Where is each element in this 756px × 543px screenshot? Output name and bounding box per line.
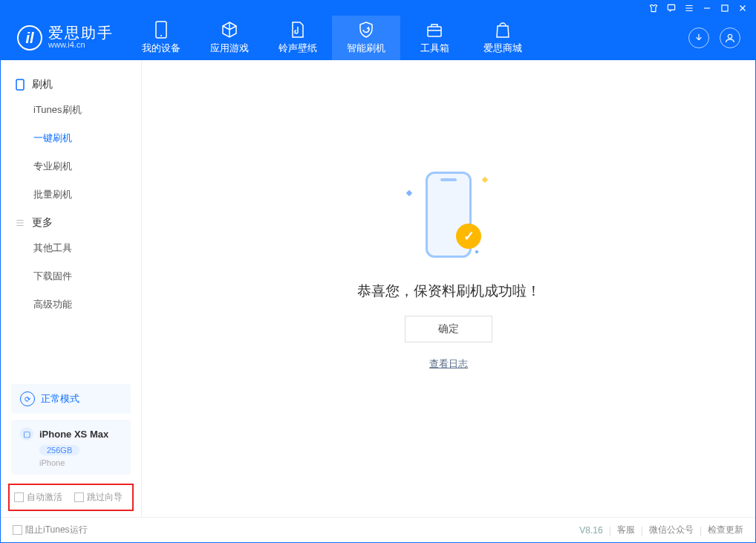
success-message: 恭喜您，保资料刷机成功啦！	[357, 282, 541, 301]
sparkle-icon	[482, 176, 488, 182]
phone-icon	[152, 21, 170, 39]
nav-store[interactable]: 爱思商城	[469, 16, 537, 60]
status-link-wechat[interactable]: 微信公众号	[649, 524, 694, 536]
phone-outline-icon	[14, 79, 26, 91]
content-area: ✓ 恭喜您，保资料刷机成功啦！ 确定 查看日志	[142, 60, 755, 517]
header-right	[688, 27, 755, 48]
checkbox-icon	[74, 492, 84, 502]
sidebar-group-flash: 刷机	[1, 71, 141, 96]
view-log-link[interactable]: 查看日志	[429, 357, 468, 371]
ok-button[interactable]: 确定	[405, 316, 492, 342]
nav-apps[interactable]: 应用游戏	[195, 16, 264, 60]
svg-point-5	[728, 34, 731, 38]
mode-label: 正常模式	[41, 392, 79, 406]
group-title: 更多	[32, 216, 53, 230]
status-link-update[interactable]: 检查更新	[708, 524, 743, 536]
sidebar-item-advanced[interactable]: 高级功能	[1, 290, 141, 319]
group-title: 刷机	[32, 78, 53, 91]
download-icon[interactable]	[688, 27, 709, 48]
nav-label: 智能刷机	[347, 42, 385, 55]
success-illustration: ✓	[397, 163, 501, 267]
menu-icon[interactable]	[684, 3, 694, 13]
device-name: iPhone XS Max	[39, 429, 108, 440]
feedback-icon[interactable]	[666, 3, 677, 13]
body: 刷机 iTunes刷机 一键刷机 专业刷机 批量刷机 更多 其他工具 下载固件 …	[1, 60, 755, 517]
toolbox-icon	[426, 21, 443, 39]
sparkle-icon	[475, 250, 479, 254]
sync-icon: ⟳	[20, 391, 35, 406]
status-link-support[interactable]: 客服	[617, 524, 635, 536]
logo: il 爱思助手 www.i4.cn	[1, 25, 127, 51]
cube-icon	[221, 21, 238, 39]
checkbox-label: 自动激活	[27, 492, 62, 502]
app-name: 爱思助手	[48, 25, 114, 40]
nav-label: 爱思商城	[483, 42, 522, 55]
nav-label: 工具箱	[420, 42, 449, 55]
music-file-icon	[289, 21, 307, 39]
sidebar-group-more: 更多	[1, 209, 141, 234]
device-capacity: 256GB	[39, 445, 79, 455]
svg-rect-0	[668, 4, 674, 10]
logo-icon: il	[17, 25, 42, 51]
user-icon[interactable]	[720, 27, 740, 48]
checkmark-badge-icon: ✓	[456, 224, 481, 249]
bag-icon	[494, 21, 512, 39]
version-label: V8.16	[579, 525, 602, 536]
sidebar-item-itunes-flash[interactable]: iTunes刷机	[1, 96, 141, 124]
checkbox-block-itunes[interactable]: 阻止iTunes运行	[13, 524, 88, 536]
checkbox-label: 跳过向导	[87, 492, 123, 502]
device-mode-box[interactable]: ⟳ 正常模式	[11, 384, 131, 414]
list-icon	[14, 217, 26, 229]
app-window: il 爱思助手 www.i4.cn 我的设备 应用游戏 铃声壁纸 智能刷机	[0, 0, 756, 543]
close-icon[interactable]	[737, 3, 748, 13]
options-highlight-box: 自动激活 跳过向导	[8, 484, 134, 511]
sidebar-item-download-fw[interactable]: 下载固件	[1, 262, 141, 290]
sidebar-item-pro-flash[interactable]: 专业刷机	[1, 152, 141, 181]
nav-toolbox[interactable]: 工具箱	[400, 16, 469, 60]
nav-my-device[interactable]: 我的设备	[127, 16, 195, 60]
nav-label: 铃声壁纸	[278, 42, 317, 55]
shield-refresh-icon	[357, 21, 375, 39]
logo-text: 爱思助手 www.i4.cn	[48, 25, 114, 50]
minimize-icon[interactable]	[702, 3, 712, 13]
sidebar-item-other-tools[interactable]: 其他工具	[1, 234, 141, 262]
device-type: iPhone	[39, 458, 122, 467]
checkbox-icon	[13, 525, 22, 535]
sidebar-item-batch-flash[interactable]: 批量刷机	[1, 181, 141, 209]
svg-point-3	[160, 35, 162, 36]
nav-label: 应用游戏	[210, 42, 249, 55]
sidebar: 刷机 iTunes刷机 一键刷机 专业刷机 批量刷机 更多 其他工具 下载固件 …	[1, 60, 142, 517]
nav-label: 我的设备	[142, 42, 180, 55]
tshirt-icon[interactable]	[648, 3, 659, 13]
sparkle-icon	[406, 189, 412, 195]
nav-ringtones[interactable]: 铃声壁纸	[264, 16, 332, 60]
header: il 爱思助手 www.i4.cn 我的设备 应用游戏 铃声壁纸 智能刷机	[1, 16, 755, 60]
checkbox-label: 阻止iTunes运行	[25, 524, 88, 535]
maximize-icon[interactable]	[720, 3, 730, 13]
svg-rect-4	[428, 27, 441, 36]
device-info-box[interactable]: ▢ iPhone XS Max 256GB iPhone	[11, 420, 131, 475]
nav: 我的设备 应用游戏 铃声壁纸 智能刷机 工具箱 爱思商城	[127, 16, 537, 60]
svg-rect-6	[16, 79, 24, 90]
statusbar: 阻止iTunes运行 V8.16 | 客服 | 微信公众号 | 检查更新	[1, 517, 755, 542]
checkbox-auto-activate[interactable]: 自动激活	[14, 491, 62, 504]
sidebar-item-onekey-flash[interactable]: 一键刷机	[1, 124, 141, 152]
checkbox-icon	[14, 492, 24, 502]
svg-rect-1	[722, 5, 728, 11]
titlebar	[1, 1, 755, 16]
checkbox-skip-guide[interactable]: 跳过向导	[74, 491, 123, 504]
device-icon: ▢	[20, 427, 33, 440]
nav-flash[interactable]: 智能刷机	[332, 16, 400, 60]
app-url: www.i4.cn	[48, 40, 114, 50]
